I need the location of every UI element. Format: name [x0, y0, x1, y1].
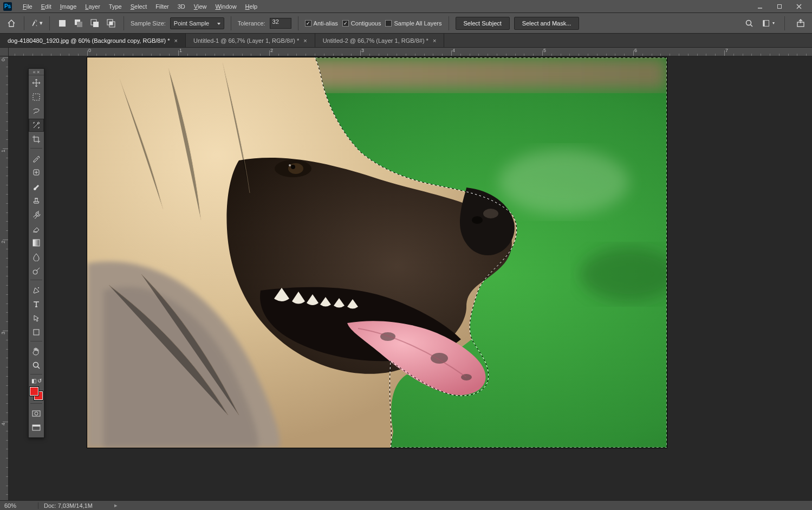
svg-line-37	[38, 367, 40, 369]
clone-stamp-tool-icon[interactable]	[29, 194, 44, 207]
menu-image[interactable]: Image	[56, 0, 81, 13]
color-swatches[interactable]	[30, 387, 43, 400]
document-canvas[interactable]	[87, 57, 667, 448]
close-icon[interactable]: ×	[174, 37, 178, 44]
tool-preset-icon[interactable]: ▾	[31, 17, 43, 29]
document-tab-label: Untitled-1 @ 66,7% (Layer 1, RGB/8#) *	[193, 37, 299, 44]
tools-panel[interactable]: «× ◧ ↺	[28, 68, 44, 438]
svg-rect-15	[763, 20, 765, 26]
sample-all-layers-checkbox[interactable]: Sample All Layers	[385, 20, 441, 27]
menu-file[interactable]: File	[18, 0, 37, 13]
screen-mode-icon[interactable]	[29, 421, 44, 434]
zoom-level[interactable]: 60%	[0, 502, 38, 509]
type-tool-icon[interactable]	[29, 298, 44, 311]
status-bar: 60% Doc: 7,03M/14,1M ▸	[0, 500, 812, 510]
svg-point-19	[499, 150, 629, 215]
canvas-area[interactable]	[9, 56, 812, 500]
hand-tool-icon[interactable]	[29, 345, 44, 358]
tolerance-input[interactable]: 32	[270, 18, 291, 29]
lasso-tool-icon[interactable]	[29, 105, 44, 118]
anti-alias-checkbox[interactable]: Anti-alias	[305, 20, 338, 27]
document-tab-label: Untitled-2 @ 66,7% (Layer 1, RGB/8#) *	[323, 37, 428, 44]
menu-view[interactable]: View	[190, 0, 211, 13]
ruler-origin[interactable]	[0, 48, 9, 56]
svg-point-33	[33, 270, 37, 274]
document-tab[interactable]: Untitled-1 @ 66,7% (Layer 1, RGB/8#) * ×	[186, 34, 315, 47]
svg-point-21	[483, 209, 498, 218]
menu-filter[interactable]: Filter	[151, 0, 173, 13]
default-colors-icon[interactable]: ◧	[31, 378, 36, 384]
menu-bar: Ps File Edit Image Layer Type Select Fil…	[0, 0, 812, 13]
svg-point-34	[38, 287, 39, 288]
menu-help[interactable]: Help	[241, 0, 262, 13]
workspace-switcher-icon[interactable]: ▾	[763, 17, 775, 29]
swap-colors-icon[interactable]: ↺	[37, 378, 42, 384]
close-icon[interactable]: ×	[433, 37, 436, 44]
home-icon[interactable]	[5, 17, 17, 29]
svg-point-25	[291, 165, 295, 169]
doc-info[interactable]: Doc: 7,03M/14,1M	[38, 502, 93, 509]
svg-point-26	[289, 164, 291, 166]
document-tab-label: dog-4180480_1920.jpg @ 60% (Background c…	[8, 37, 170, 44]
app-logo: Ps	[3, 2, 12, 11]
window-minimize-icon[interactable]	[750, 2, 770, 11]
ruler-vertical[interactable]: 01234	[0, 56, 9, 500]
options-bar: ▾ Sample Size: Point Sample Tolerance: 3…	[0, 13, 812, 34]
svg-rect-41	[33, 425, 40, 427]
marquee-tool-icon[interactable]	[29, 91, 44, 104]
dodge-tool-icon[interactable]	[29, 264, 44, 277]
sample-size-label: Sample Size:	[131, 20, 166, 27]
menu-3d[interactable]: 3D	[173, 0, 190, 13]
svg-rect-4	[59, 20, 66, 27]
pen-tool-icon[interactable]	[29, 283, 44, 296]
menu-type[interactable]: Type	[105, 0, 126, 13]
svg-rect-18	[304, 57, 667, 90]
document-tab[interactable]: Untitled-2 @ 66,7% (Layer 1, RGB/8#) * ×	[315, 34, 445, 47]
eyedropper-tool-icon[interactable]	[29, 152, 44, 165]
select-subject-button[interactable]: Select Subject	[456, 17, 510, 30]
shape-tool-icon[interactable]	[29, 326, 44, 339]
crop-tool-icon[interactable]	[29, 133, 44, 146]
ruler-horizontal[interactable]: 01234567	[9, 48, 812, 56]
svg-point-36	[34, 363, 38, 367]
document-tab[interactable]: dog-4180480_1920.jpg @ 60% (Background c…	[0, 34, 186, 47]
menu-edit[interactable]: Edit	[37, 0, 56, 13]
panel-handle[interactable]: «×	[29, 69, 44, 75]
svg-point-22	[472, 216, 483, 224]
svg-point-39	[35, 412, 38, 415]
magic-wand-tool-icon[interactable]	[29, 119, 44, 132]
quick-mask-icon[interactable]	[29, 407, 44, 420]
contiguous-checkbox[interactable]: Contiguous	[342, 20, 381, 27]
svg-rect-32	[33, 240, 40, 246]
svg-rect-6	[77, 22, 82, 27]
selection-add-icon[interactable]	[73, 17, 85, 29]
selection-intersect-icon[interactable]	[105, 17, 117, 29]
path-selection-tool-icon[interactable]	[29, 312, 44, 325]
svg-rect-30	[33, 94, 40, 100]
status-menu-icon[interactable]: ▸	[93, 502, 118, 509]
window-close-icon[interactable]	[789, 2, 809, 11]
menu-select[interactable]: Select	[126, 0, 152, 13]
selection-new-icon[interactable]	[56, 17, 68, 29]
brush-tool-icon[interactable]	[29, 180, 44, 193]
move-tool-icon[interactable]	[29, 76, 44, 89]
workspace: 01234567 01234	[0, 48, 812, 500]
sample-size-select[interactable]: Point Sample	[170, 17, 224, 29]
svg-point-28	[431, 353, 448, 364]
blur-tool-icon[interactable]	[29, 250, 44, 263]
foreground-color-swatch[interactable]	[30, 387, 38, 396]
window-restore-icon[interactable]	[770, 2, 789, 11]
share-icon[interactable]	[795, 17, 807, 29]
svg-line-13	[751, 24, 753, 27]
history-brush-tool-icon[interactable]	[29, 208, 44, 221]
zoom-tool-icon[interactable]	[29, 359, 44, 372]
eraser-tool-icon[interactable]	[29, 222, 44, 235]
healing-brush-tool-icon[interactable]	[29, 166, 44, 179]
selection-subtract-icon[interactable]	[89, 17, 101, 29]
menu-window[interactable]: Window	[211, 0, 241, 13]
close-icon[interactable]: ×	[303, 37, 307, 44]
select-and-mask-button[interactable]: Select and Mask...	[514, 17, 580, 30]
gradient-tool-icon[interactable]	[29, 236, 44, 249]
search-icon[interactable]	[743, 17, 755, 29]
menu-layer[interactable]: Layer	[81, 0, 105, 13]
